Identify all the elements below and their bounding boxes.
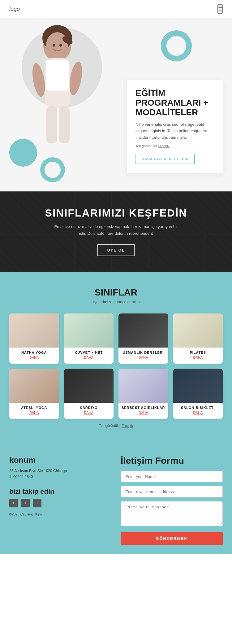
hero-teal-ring-top [161, 30, 192, 61]
footer-right: İletişim Formu GÖNDERMEK [121, 455, 223, 545]
class-card-more-uzmanlik[interactable]: DAHA [118, 356, 168, 359]
class-card-image-hatha-yoga [9, 313, 59, 348]
twitter-icon[interactable]: t [21, 499, 30, 507]
class-card-more-kuvvet-hiit[interactable]: DAHA [64, 356, 114, 359]
hero-cta-button[interactable]: DAHA FAZLA BİLGİ EDİN [135, 154, 195, 164]
hero-photo-credit: Ten görüntüler Freepik [135, 143, 214, 149]
contact-form-title: İletişim Formu [121, 455, 223, 466]
hero-title: EĞİTİM PROGRAMLARI + MODALİTELER [135, 89, 214, 117]
hero-section: EĞİTİM PROGRAMLARI + MODALİTELER Nihb ve… [0, 18, 232, 191]
footer-social-icons: f t i [9, 499, 111, 507]
class-card-image-pilates [173, 313, 223, 348]
class-card-atesli-yoga: ATEŞLİ YOGADAHA [9, 369, 59, 419]
hero-card: EĞİTİM PROGRAMLARI + MODALİTELER Nihb ve… [127, 80, 223, 173]
contact-message-input[interactable] [121, 501, 223, 526]
classes-grid-row2: ATEŞLİ YOGADAHAKARDİYODAHASERBEST AĞIRLI… [9, 369, 223, 419]
footer-address: 28 Jackson Blvd Ste 1020 Chicago IL 6060… [9, 468, 111, 480]
classes-photo-credit-link[interactable]: Freepik [122, 424, 133, 427]
class-card-hatha-yoga: HATHA YOGADAHA [9, 313, 59, 364]
class-card-image-serbest [118, 369, 168, 403]
class-card-more-serbest[interactable]: DAHA [118, 411, 168, 414]
classes-grid: HATHA YOGADAHAKUVVET + HIITDAHAUZMANLIK … [9, 313, 223, 364]
class-card-uzmanlik: UZMANLIK DERSLERİDAHA [118, 313, 168, 364]
class-card-title-atesli-yoga: ATEŞLİ YOGA [9, 406, 59, 410]
discover-description: En az ve en az maliyetle egzersiz yapmak… [51, 223, 181, 237]
class-card-image-kuvvet-hiit [64, 313, 114, 348]
svg-point-9 [53, 44, 55, 47]
footer: konum 28 Jackson Blvd Ste 1020 Chicago I… [0, 440, 232, 554]
class-card-image-kardiyo [64, 369, 114, 403]
svg-point-4 [67, 61, 84, 96]
svg-rect-5 [46, 106, 57, 143]
footer-location-title: konum [9, 455, 111, 465]
class-card-more-hatha-yoga[interactable]: DAHA [9, 356, 59, 359]
hero-person-image [22, 21, 93, 160]
contact-name-input[interactable] [121, 471, 223, 482]
class-card-more-kardiyo[interactable]: DAHA [64, 411, 114, 414]
instagram-icon[interactable]: i [33, 499, 41, 507]
header: logo ≡ [0, 0, 232, 18]
svg-point-3 [30, 62, 47, 98]
svg-rect-6 [59, 106, 70, 143]
classes-title: SINIFLAR [9, 287, 223, 298]
contact-submit-button[interactable]: GÖNDERMEK [121, 532, 223, 545]
discover-section: SINIFLARIMIZI KEŞFEDİN En az ve en az ma… [0, 191, 232, 272]
class-card-title-salon: SALON BİSİKLETİ [173, 406, 223, 410]
class-card-title-kuvvet-hiit: KUVVET + HIIT [64, 351, 114, 354]
contact-email-input[interactable] [121, 486, 223, 497]
class-card-image-atesli-yoga [9, 369, 59, 403]
footer-left: konum 28 Jackson Blvd Ste 1020 Chicago I… [9, 455, 111, 545]
hero-teal-ring-bottom [40, 157, 65, 182]
class-card-title-pilates: PİLATES [173, 351, 223, 354]
class-card-more-salon[interactable]: DAHA [173, 411, 223, 414]
svg-point-10 [59, 44, 62, 47]
discover-title: SINIFLARIMIZI KEŞFEDİN [45, 207, 187, 219]
class-card-more-atesli-yoga[interactable]: DAHA [9, 411, 59, 414]
class-card-pilates: PİLATESDAHA [173, 313, 223, 364]
class-card-image-salon [173, 369, 223, 403]
class-card-title-hatha-yoga: HATHA YOGA [9, 351, 59, 354]
class-card-title-serbest: SERBEST AĞIRLIKLAR [118, 406, 168, 410]
footer-social-title: bizi takip edin [9, 488, 111, 496]
class-card-title-uzmanlik: UZMANLIK DERSLERİ [118, 351, 168, 354]
classes-photo-credit: Ten görüntüler Freepik [9, 424, 223, 427]
class-card-serbest: SERBEST AĞIRLIKLARDAHA [118, 369, 168, 419]
class-card-kardiyo: KARDİYODAHA [64, 369, 114, 419]
hero-description: Nihb venenatis cras sed felis eget velit… [135, 121, 214, 141]
logo: logo [9, 6, 20, 12]
class-card-title-kardiyo: KARDİYO [64, 406, 114, 410]
classes-section: SINIFLAR Üyelerimize sunacaklarımız HATH… [0, 272, 232, 440]
class-card-image-uzmanlik [118, 313, 168, 348]
classes-subtitle: Üyelerimize sunacaklarımız [9, 300, 223, 304]
svg-rect-2 [46, 60, 69, 91]
hero-photo-credit-link[interactable]: Freepik [158, 144, 170, 148]
discover-cta-button[interactable]: ÜYE OL [97, 244, 135, 256]
class-card-kuvvet-hiit: KUVVET + HIITDAHA [64, 313, 114, 364]
facebook-icon[interactable]: f [9, 499, 18, 507]
svg-point-8 [46, 32, 68, 58]
footer-copyright: ©2023 Çevrimiçi İlişki [9, 512, 111, 516]
class-card-salon: SALON BİSİKLETİDAHA [173, 369, 223, 419]
class-card-more-pilates[interactable]: DAHA [173, 356, 223, 359]
hamburger-menu-button[interactable]: ≡ [217, 4, 223, 14]
